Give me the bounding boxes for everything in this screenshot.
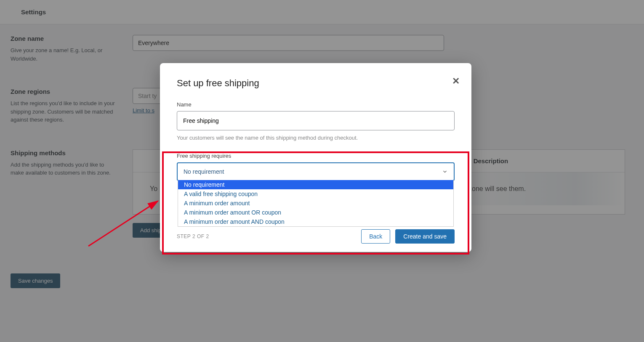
shipping-name-input[interactable] [177,111,455,130]
modal-title: Set up free shipping [177,78,455,89]
back-button[interactable]: Back [361,229,390,244]
create-and-save-button[interactable]: Create and save [395,229,455,244]
requires-dropdown: No requirement A valid free shipping cou… [178,180,454,227]
close-icon[interactable]: ✕ [452,76,460,87]
option-min-amount[interactable]: A minimum order amount [178,199,453,208]
name-hint: Your customers will see the name of this… [177,135,455,141]
requires-select[interactable]: No requirement No requirement A valid fr… [177,162,455,181]
option-valid-coupon[interactable]: A valid free shipping coupon [178,189,453,199]
option-min-or-coupon[interactable]: A minimum order amount OR coupon [178,208,453,217]
requires-select-value: No requirement [184,168,224,175]
option-min-and-coupon[interactable]: A minimum order amount AND coupon [178,217,453,226]
option-no-requirement[interactable]: No requirement [178,180,453,189]
free-shipping-modal: ✕ Set up free shipping Name Your custome… [160,63,471,252]
name-label: Name [177,101,455,108]
chevron-down-icon [442,169,448,175]
step-indicator: STEP 2 OF 2 [177,233,209,239]
requires-label: Free shipping requires [177,153,455,159]
